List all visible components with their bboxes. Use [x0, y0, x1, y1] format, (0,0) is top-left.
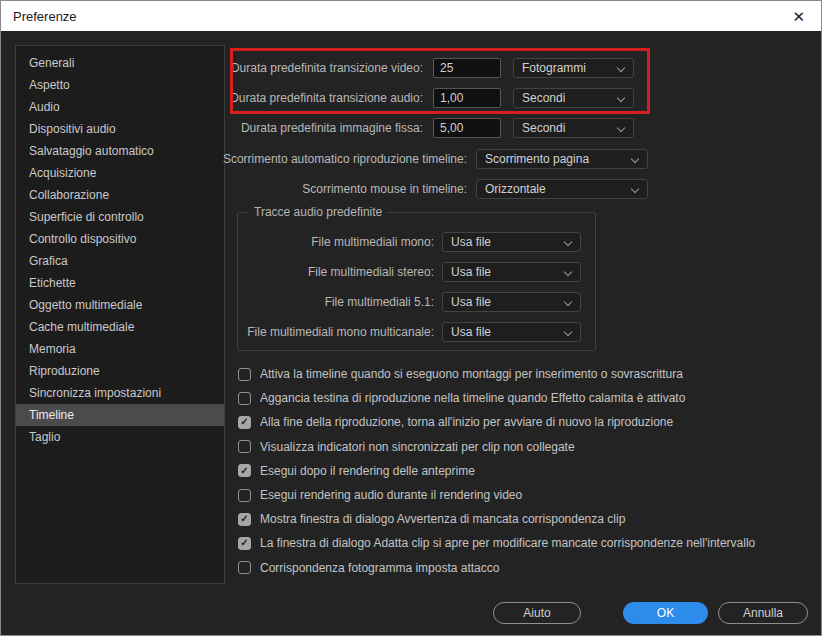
ok-button[interactable]: OK — [623, 602, 708, 624]
dropdown-value: Usa file — [451, 235, 491, 249]
sidebar-item-cache-multimediale[interactable]: Cache multimediale — [16, 316, 224, 338]
stereo-media-row: File multimediali stereo: Usa file — [238, 262, 595, 282]
default-audio-tracks-group: Tracce audio predefinite File multimedia… — [237, 212, 596, 351]
video-transition-duration-label: Durata predefinita transizione video: — [231, 58, 423, 78]
dropdown-value: Scorrimento pagina — [485, 152, 589, 166]
surround-media-row: File multimediali 5.1: Usa file — [238, 292, 595, 312]
checkbox-label: Corrispondenza fotogramma imposta attacc… — [260, 561, 499, 575]
checkbox-label: Aggancia testina di riproduzione nella t… — [260, 391, 685, 405]
chevron-down-icon — [618, 95, 625, 102]
checkbox[interactable] — [238, 537, 251, 550]
audio-transition-duration-label: Durata predefinita transizione audio: — [230, 88, 423, 108]
audio-transition-duration-input[interactable] — [433, 88, 501, 108]
dialog-content: Generali Aspetto Audio Dispositivi audio… — [1, 31, 821, 635]
option-fit-clip-dialog[interactable]: La finestra di dialogo Adatta clip si ap… — [238, 531, 755, 555]
option-play-after-render[interactable]: Esegui dopo il rendering delle anteprime — [238, 459, 755, 483]
sidebar-item-controllo-dispositivo[interactable]: Controllo dispositivo — [16, 228, 224, 250]
chevron-down-icon — [565, 329, 572, 336]
checkbox-label: Esegui rendering audio durante il render… — [260, 488, 522, 502]
chevron-down-icon — [565, 269, 572, 276]
timeline-autoscroll-dropdown[interactable]: Scorrimento pagina — [476, 149, 648, 169]
checkbox-label: Attiva la timeline quando si eseguono mo… — [260, 367, 683, 381]
dropdown-value: Usa file — [451, 265, 491, 279]
timeline-options-list: Attiva la timeline quando si eseguono mo… — [238, 362, 755, 580]
stereo-media-label: File multimediali stereo: — [308, 262, 434, 282]
mouse-scroll-row: Scorrimento mouse in timeline: Orizzonta… — [1, 179, 821, 199]
dropdown-value: Orizzontale — [485, 182, 546, 196]
chevron-down-icon — [632, 156, 639, 163]
mono-media-dropdown[interactable]: Usa file — [442, 232, 581, 252]
dropdown-value: Usa file — [451, 295, 491, 309]
still-image-duration-input[interactable] — [433, 118, 501, 138]
mono-media-row: File multimediali mono: Usa file — [238, 232, 595, 252]
option-match-frame-sets-in[interactable]: Corrispondenza fotogramma imposta attacc… — [238, 556, 755, 580]
checkbox[interactable] — [238, 489, 251, 502]
checkbox-label: Visualizza indicatori non sincronizzati … — [260, 440, 575, 454]
option-render-audio-with-video[interactable]: Esegui rendering audio durante il render… — [238, 483, 755, 507]
still-image-unit-dropdown[interactable]: Secondi — [513, 118, 634, 138]
mouse-scroll-label: Scorrimento mouse in timeline: — [302, 179, 467, 199]
video-transition-duration-row: Durata predefinita transizione video: Fo… — [1, 58, 821, 78]
sidebar-item-sincronizza-impostazioni[interactable]: Sincronizza impostazioni — [16, 382, 224, 404]
sidebar-item-etichette[interactable]: Etichette — [16, 272, 224, 294]
sidebar-item-timeline[interactable]: Timeline — [16, 404, 224, 426]
option-clip-mismatch-warning[interactable]: Mostra finestra di dialogo Avvertenza di… — [238, 507, 755, 531]
video-transition-duration-input[interactable] — [433, 58, 501, 78]
cancel-button[interactable]: Annulla — [718, 602, 808, 624]
chevron-down-icon — [632, 186, 639, 193]
option-loop-playback[interactable]: Alla fine della riproduzione, torna all'… — [238, 410, 755, 434]
surround-media-dropdown[interactable]: Usa file — [442, 292, 581, 312]
dropdown-value: Secondi — [522, 91, 565, 105]
video-transition-unit-dropdown[interactable]: Fotogrammi — [513, 58, 634, 78]
close-icon[interactable]: ✕ — [788, 7, 809, 26]
audio-transition-duration-row: Durata predefinita transizione audio: Se… — [1, 88, 821, 108]
checkbox[interactable] — [238, 368, 251, 381]
dropdown-value: Fotogrammi — [522, 61, 586, 75]
sidebar-item-riproduzione[interactable]: Riproduzione — [16, 360, 224, 382]
checkbox[interactable] — [238, 416, 251, 429]
audio-transition-unit-dropdown[interactable]: Secondi — [513, 88, 634, 108]
mouse-scroll-dropdown[interactable]: Orizzontale — [476, 179, 648, 199]
still-image-duration-row: Durata predefinita immagine fissa: Secon… — [1, 118, 821, 138]
timeline-autoscroll-row: Scorrimento automatico riproduzione time… — [1, 149, 821, 169]
surround-media-label: File multimediali 5.1: — [325, 292, 434, 312]
window-title: Preferenze — [13, 9, 77, 24]
checkbox[interactable] — [238, 464, 251, 477]
sidebar-item-taglio[interactable]: Taglio — [16, 426, 224, 448]
checkbox[interactable] — [238, 440, 251, 453]
dropdown-value: Secondi — [522, 121, 565, 135]
sidebar-item-superficie-di-controllo[interactable]: Superficie di controllo — [16, 206, 224, 228]
checkbox[interactable] — [238, 513, 251, 526]
still-image-duration-label: Durata predefinita immagine fissa: — [241, 118, 423, 138]
stereo-media-dropdown[interactable]: Usa file — [442, 262, 581, 282]
checkbox-label: La finestra di dialogo Adatta clip si ap… — [260, 536, 755, 550]
chevron-down-icon — [618, 65, 625, 72]
multichannel-mono-media-row: File multimediali mono multicanale: Usa … — [238, 322, 595, 342]
dropdown-value: Usa file — [451, 325, 491, 339]
checkbox-label: Alla fine della riproduzione, torna all'… — [260, 415, 673, 429]
mono-media-label: File multimediali mono: — [311, 232, 434, 252]
checkbox-label: Mostra finestra di dialogo Avvertenza di… — [260, 512, 625, 526]
chevron-down-icon — [565, 239, 572, 246]
checkbox-label: Esegui dopo il rendering delle anteprime — [260, 464, 475, 478]
multichannel-mono-media-label: File multimediali mono multicanale: — [247, 322, 434, 342]
default-audio-tracks-title: Tracce audio predefinite — [249, 205, 387, 219]
option-snap-playhead[interactable]: Aggancia testina di riproduzione nella t… — [238, 386, 755, 410]
preferences-window: Preferenze ✕ Generali Aspetto Audio Disp… — [0, 0, 822, 636]
timeline-autoscroll-label: Scorrimento automatico riproduzione time… — [223, 149, 467, 169]
checkbox[interactable] — [238, 561, 251, 574]
titlebar: Preferenze ✕ — [1, 1, 821, 31]
sidebar-item-grafica[interactable]: Grafica — [16, 250, 224, 272]
help-button[interactable]: Aiuto — [493, 602, 581, 624]
sidebar-item-memoria[interactable]: Memoria — [16, 338, 224, 360]
option-out-of-sync-indicators[interactable]: Visualizza indicatori non sincronizzati … — [238, 435, 755, 459]
chevron-down-icon — [618, 125, 625, 132]
multichannel-mono-media-dropdown[interactable]: Usa file — [442, 322, 581, 342]
sidebar-item-oggetto-multimediale[interactable]: Oggetto multimediale — [16, 294, 224, 316]
checkbox[interactable] — [238, 392, 251, 405]
chevron-down-icon — [565, 299, 572, 306]
option-activate-timeline[interactable]: Attiva la timeline quando si eseguono mo… — [238, 362, 755, 386]
